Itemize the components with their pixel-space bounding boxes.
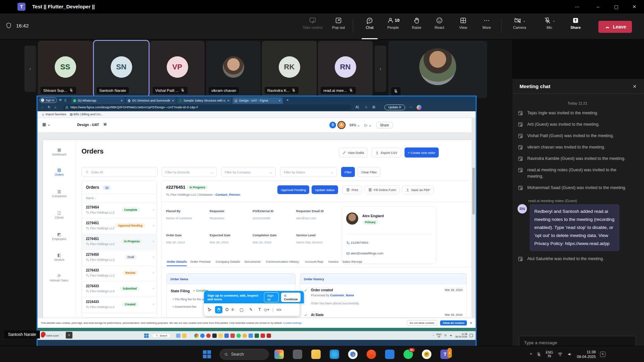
filter-status-select[interactable]: Filter by Status⌄ — [280, 167, 337, 177]
favorite-star-icon[interactable]: ☆ — [365, 105, 368, 109]
update-status-button[interactable]: Update status — [312, 185, 338, 194]
camera-button[interactable]: ⌄ Camera — [505, 17, 534, 29]
deny-cookies-button[interactable]: Do not allow cookies — [407, 320, 437, 326]
filter-company-select[interactable]: Filter by Company⌄ — [221, 167, 276, 177]
taskbar-app-taskview[interactable] — [293, 350, 302, 359]
figma-board-icon[interactable]: ▣ — [103, 122, 107, 126]
component-tool-icon[interactable]: ◇+ — [264, 307, 269, 312]
new-tab-button[interactable]: + — [286, 98, 288, 102]
import-favorites-link[interactable]: ⭳ Import favorites — [42, 113, 66, 116]
more-button[interactable]: ⋯ More — [475, 17, 499, 29]
participants-scroll-right[interactable]: › — [375, 46, 386, 92]
presenter-app-icon[interactable] — [194, 334, 199, 338]
figma-share-button[interactable]: Share — [376, 122, 393, 128]
presenter-app-icon[interactable] — [206, 334, 211, 338]
figma-menu-icon[interactable]: ▦ ⌄ — [42, 122, 51, 127]
order-row-selected[interactable]: 2276451TL Flex Holdings LLC In Progress› — [82, 234, 157, 250]
scale-tool-icon[interactable]: O — [225, 307, 228, 312]
text-tool-icon[interactable]: T — [259, 307, 261, 312]
tab-close-icon[interactable]: ✕ — [278, 99, 281, 102]
mic-chevron-icon[interactable]: ⌄ — [552, 19, 555, 22]
pop-out-button[interactable]: Pop out — [326, 17, 351, 29]
contact-phone[interactable]: 2123874901 — [346, 241, 368, 245]
order-row[interactable]: 2216433TL Flex Holdings LLC Created› — [82, 297, 157, 313]
tray-clock[interactable]: 11:3808-04-2025 — [577, 350, 596, 359]
sidebar-item-employees[interactable]: ◩Employees — [43, 232, 75, 241]
presenter-app-icon[interactable] — [176, 334, 180, 338]
filter-button[interactable]: Filter — [341, 167, 355, 177]
spotlight-tile[interactable] — [388, 41, 487, 98]
sidebar-item-vendors[interactable]: ◧Vendors — [43, 253, 75, 261]
clear-filter-button[interactable]: Clear Filter — [358, 167, 380, 177]
refresh-icon[interactable]: ↻ — [48, 105, 50, 109]
figma-present-icon[interactable]: ▷ ⌄ — [365, 123, 372, 127]
participant-tile-active[interactable]: SN Santosh Narate — [94, 41, 149, 97]
camera-chevron-icon[interactable]: ⌄ — [523, 19, 526, 22]
browser-scrollbar[interactable] — [472, 118, 476, 318]
wifi-icon[interactable] — [444, 335, 447, 337]
move-tool-icon[interactable] — [208, 308, 211, 311]
tab-documents[interactable]: Documents — [245, 260, 261, 263]
sidebar-item-orders[interactable]: ▤Orders — [43, 168, 75, 176]
tab-close-icon[interactable]: ✕ — [172, 99, 174, 102]
tab-sales-receipt[interactable]: Sales Receipt — [342, 260, 362, 263]
bills-folder-link[interactable]: ▨ Bills | Billing and Co... — [70, 113, 103, 116]
presenter-app-icon[interactable] — [243, 334, 247, 338]
presenter-app-icon[interactable] — [212, 334, 217, 338]
browser-tab-salary-sheet[interactable]: Sample Salary Structure with calc✕ — [177, 97, 231, 104]
google-continue-button[interactable]: G Continue — [281, 293, 301, 302]
tab-invoice[interactable]: Invoice — [328, 260, 338, 263]
tray-notifications-icon[interactable]: ✎ — [600, 352, 605, 357]
allow-cookies-button[interactable]: Allow all cookies — [440, 320, 467, 325]
dev-mode-icon[interactable]: </> — [276, 308, 281, 312]
mic-button[interactable]: ⌄ Mic — [536, 17, 563, 29]
raise-hand-button[interactable]: Raise — [405, 17, 429, 29]
presenter-notifications-icon[interactable] — [470, 334, 473, 337]
order-row[interactable]: 2279451TL Flex Holdings LLC Approval Pen… — [82, 219, 157, 234]
view-drafts-button[interactable]: View Drafts — [339, 147, 368, 158]
taskbar-app-brave[interactable] — [367, 350, 376, 359]
participant-tile[interactable]: RN read.ai mee... — [318, 41, 373, 97]
presenter-app-icon[interactable] — [230, 334, 235, 338]
presenter-app-icon[interactable] — [182, 334, 186, 338]
taskbar-app-vscode[interactable] — [385, 350, 394, 359]
chat-button[interactable]: Chat — [358, 17, 382, 29]
volume-icon[interactable] — [450, 335, 452, 337]
cookie-close-icon[interactable]: ✕ — [470, 321, 472, 325]
frame-tool-icon[interactable]: #⌄ — [231, 307, 236, 312]
taskbar-app-chrome-profile[interactable] — [422, 350, 431, 359]
approval-pending-button[interactable]: Approval Pending — [277, 185, 309, 194]
sidebar-item-companies[interactable]: ▥Companies — [43, 189, 75, 198]
vertical-tabs-icon[interactable]: ▯ — [64, 98, 66, 102]
sign-up-button[interactable]: Sign up — [264, 292, 279, 302]
presenter-app-icon[interactable] — [218, 334, 223, 338]
taskbar-app-whatsapp[interactable]: 81 — [404, 350, 413, 359]
figma-zoom-select[interactable]: 94% ⌄ — [350, 123, 360, 127]
start-button[interactable] — [203, 350, 211, 358]
taskbar-app-chrome[interactable] — [348, 350, 358, 359]
collaborator-avatar[interactable]: A — [338, 122, 345, 128]
order-row[interactable]: 2276450TL Flex Holdings LLC Draft› — [82, 250, 157, 266]
pen-tool-icon[interactable]: ✎⌄ — [249, 307, 255, 312]
chat-close-icon[interactable]: ✕ — [633, 84, 637, 89]
presenter-app-icon[interactable] — [236, 334, 241, 338]
filter-domicile-select[interactable]: Filter by Domicile⌄ — [162, 167, 217, 177]
collections-icon[interactable]: ⊞ — [372, 105, 375, 109]
browser-update-button[interactable]: Update ⟳ — [384, 105, 405, 110]
browser-tab-dc-divisions[interactable]: DC Divisions and Surroundings✕ — [126, 97, 176, 104]
leave-button[interactable]: Leave — [598, 21, 632, 33]
shape-tool-icon[interactable]: ▢⌄ — [239, 307, 246, 312]
read-aloud-icon[interactable]: A) — [356, 105, 359, 109]
hand-tool-icon[interactable] — [215, 306, 222, 313]
presenter-start-button[interactable] — [144, 334, 149, 338]
browser-tab-whatsapp[interactable]: (5) WhatsApp✕ — [71, 97, 125, 104]
presenter-app-icon[interactable] — [224, 334, 229, 338]
tray-volume-icon[interactable] — [568, 353, 571, 356]
contact-email[interactable]: alex@vstatefilings.com — [346, 251, 383, 255]
presenter-app-icon[interactable] — [188, 334, 193, 338]
tab-close-icon[interactable]: ✕ — [227, 99, 229, 102]
share-button[interactable]: Share — [565, 17, 586, 29]
take-control-button[interactable]: Take control — [301, 17, 325, 29]
sidebar-item-clients[interactable]: ◫Clients — [43, 210, 75, 219]
scrollbar-thumb[interactable] — [472, 168, 475, 215]
